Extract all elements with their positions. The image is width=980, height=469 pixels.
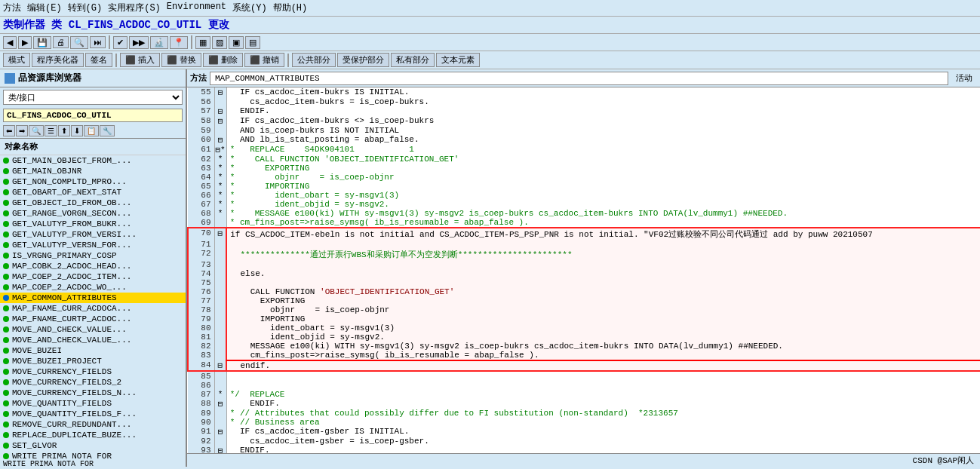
tb-where[interactable]: 📍 xyxy=(170,36,188,49)
tree-item[interactable]: MAP_COMMON_ATTRIBUTES xyxy=(0,293,186,303)
tree-item[interactable]: GET_VALUTYP_VERSN_FOR... xyxy=(0,240,186,250)
nav-btn-5[interactable]: ⬆ xyxy=(58,125,70,136)
line-code[interactable]: endif. xyxy=(226,360,980,371)
line-code[interactable]: CALL FUNCTION 'OBJECT_IDENTIFICATION_GET… xyxy=(226,287,980,296)
line-code[interactable]: objnr = is_coep-objnr xyxy=(226,305,980,314)
tb-test[interactable]: 🔬 xyxy=(150,36,168,49)
nav-btn-3[interactable]: 🔍 xyxy=(29,125,44,136)
btn-replace[interactable]: ⬛ 替换 xyxy=(161,53,201,67)
nav-btn-7[interactable]: 📋 xyxy=(84,125,99,136)
class-interface-dropdown[interactable]: 类/接口 xyxy=(3,90,183,105)
nav-btn-2[interactable]: ➡ xyxy=(16,125,28,136)
tree-item[interactable]: MAP_COBK_2_ACDOC_HEAD... xyxy=(0,261,186,271)
tb-find[interactable]: 🔍 xyxy=(70,36,88,49)
line-code[interactable]: IF cs_acdoc_item-gsber IS INITIAL. xyxy=(226,427,980,437)
menu-item-system[interactable]: 系统(Y) xyxy=(232,2,267,14)
nav-btn-1[interactable]: ⬅ xyxy=(3,125,15,136)
btn-delete[interactable]: ⬛ 删除 xyxy=(203,53,243,67)
line-code[interactable]: cs_acdoc_item-bukrs = is_coep-bukrs. xyxy=(226,97,980,106)
line-code[interactable]: **************通过开票行WBS和采购订单不为空发判断*******… xyxy=(226,249,980,260)
tree-item[interactable]: GET_VALUTYP_FROM_BUKR... xyxy=(0,219,186,229)
tree-item[interactable]: MOVE_QUANTITY_FIELDS xyxy=(0,398,186,409)
btn-sign[interactable]: 签名 xyxy=(85,53,112,67)
tree-item[interactable]: MOVE_BUZEI xyxy=(0,345,186,356)
menu-item-method[interactable]: 方法 xyxy=(3,2,21,14)
tb-fwd[interactable]: ▶ xyxy=(18,36,32,49)
tb-next[interactable]: ⏭ xyxy=(90,36,106,48)
tree-item[interactable]: MOVE_AND_CHECK_VALUE_... xyxy=(0,335,186,345)
line-code[interactable] xyxy=(226,371,980,381)
class-name-field[interactable]: CL_FINS_ACDOC_CO_UTIL xyxy=(3,109,183,122)
tree-item[interactable]: MAP_FNAME_CURR_ACDOCA... xyxy=(0,303,186,314)
line-code[interactable]: * objnr = is_coep-objnr xyxy=(226,173,980,182)
line-code[interactable]: ENDIF. xyxy=(226,446,980,453)
tb-grid1[interactable]: ▦ xyxy=(195,36,210,49)
line-code[interactable]: * cm_fins_post=>raise_symsg( ib_is_resum… xyxy=(226,218,980,228)
nav-btn-6[interactable]: ⬇ xyxy=(71,125,83,136)
tb-back[interactable]: ◀ xyxy=(3,36,17,49)
tree-item[interactable]: GET_VALUTYP_FROM_VERSI... xyxy=(0,229,186,240)
line-code[interactable]: AND is_coep-bukrs IS NOT INITIAL xyxy=(226,126,980,135)
tree-item[interactable]: REPLACE_DUPLICATE_BUZE... xyxy=(0,430,186,440)
tree-item[interactable]: GET_MAIN_OBJECT_FROM_... xyxy=(0,155,186,166)
tb-grid3[interactable]: ▣ xyxy=(229,36,244,49)
tree-item[interactable]: GET_MAIN_OBJNR xyxy=(0,166,186,176)
btn-private[interactable]: 私有部分 xyxy=(391,53,435,67)
menu-item-edit[interactable]: 编辑(E) xyxy=(27,2,62,14)
line-code[interactable] xyxy=(226,278,980,287)
line-code[interactable]: * CALL FUNCTION 'OBJECT_IDENTIFICATION_G… xyxy=(226,155,980,164)
tree-item[interactable]: MOVE_CURRENCY_FIELDS_N... xyxy=(0,388,186,398)
btn-insert[interactable]: ⬛ 插入 xyxy=(120,53,160,67)
tb-check[interactable]: ✔ xyxy=(113,36,127,49)
line-code[interactable]: cm_fins_post=>raise_symsg( ib_is_resumab… xyxy=(226,351,980,360)
tree-item[interactable]: GET_OBART_OF_NEXT_STAT xyxy=(0,187,186,198)
line-code[interactable]: ENDIF. xyxy=(226,399,980,409)
tree-item[interactable]: MOVE_CURRENCY_FIELDS_2 xyxy=(0,377,186,388)
tree-item[interactable]: MAP_FNAME_CURTP_ACDOC... xyxy=(0,314,186,324)
line-code[interactable]: EXPORTING xyxy=(226,296,980,305)
line-code[interactable]: * // Attributes that could possibly diff… xyxy=(226,409,980,418)
tb-print[interactable]: 🖨 xyxy=(53,36,69,48)
line-code[interactable]: * EXPORTING xyxy=(226,164,980,173)
line-code[interactable]: * IMPORTING xyxy=(226,182,980,191)
line-code[interactable]: * MESSAGE e100(ki) WITH sy-msgv1(3) sy-m… xyxy=(226,209,980,218)
tree-item[interactable]: MOVE_BUZEI_PROJECT xyxy=(0,356,186,366)
btn-undo[interactable]: ⬛ 撤销 xyxy=(244,53,284,67)
line-code[interactable]: * ident_obart = sy-msgv1(3) xyxy=(226,191,980,200)
btn-mode[interactable]: 模式 xyxy=(3,53,30,67)
line-code[interactable]: IF cs_acdoc_item-bukrs IS INITIAL. xyxy=(226,87,980,97)
tree-item[interactable]: MOVE_QUANTITY_FIELDS_F... xyxy=(0,409,186,419)
btn-protected[interactable]: 受保护部分 xyxy=(337,53,389,67)
tree-item[interactable]: MAP_COEP_2_ACDOC_WO_... xyxy=(0,282,186,293)
btn-text[interactable]: 文本元素 xyxy=(436,53,480,67)
code-editor[interactable]: 55⊟ IF cs_acdoc_item-bukrs IS INITIAL.56… xyxy=(187,87,980,453)
line-code[interactable]: AND lb_is_stat_posting = abap_false. xyxy=(226,135,980,145)
menu-item-environment[interactable]: Environment xyxy=(167,2,226,14)
menu-item-help[interactable]: 帮助(H) xyxy=(273,2,308,14)
line-code[interactable] xyxy=(226,240,980,249)
line-code[interactable] xyxy=(226,381,980,390)
menu-item-goto[interactable]: 转到(G) xyxy=(68,2,103,14)
line-code[interactable]: ENDIF. xyxy=(226,106,980,116)
nav-btn-8[interactable]: 🔧 xyxy=(100,125,115,136)
btn-beautify[interactable]: 程序美化器 xyxy=(32,53,84,67)
line-code[interactable]: * ident_objid = sy-msgv2. xyxy=(226,200,980,209)
btn-public[interactable]: 公共部分 xyxy=(292,53,336,67)
tb-grid2[interactable]: ▨ xyxy=(212,36,227,49)
tb-grid4[interactable]: ▤ xyxy=(245,36,260,49)
line-code[interactable]: else. xyxy=(226,269,980,278)
line-code[interactable]: */ REPLACE xyxy=(226,390,980,399)
line-code[interactable]: * // Business area xyxy=(226,418,980,427)
tree-item[interactable]: GET_NON_COMPLTD_MPRO... xyxy=(0,176,186,187)
nav-btn-4[interactable]: ☰ xyxy=(45,125,57,136)
line-code[interactable]: MESSAGE e100(ki) WITH sy-msgv1(3) sy-msg… xyxy=(226,342,980,351)
line-code[interactable]: cs_acdoc_item-gsber = is_coep-gsber. xyxy=(226,437,980,446)
line-code[interactable]: ident_obart = sy-msgv1(3) xyxy=(226,323,980,333)
tree-item[interactable]: MOVE_AND_CHECK_VALUE... xyxy=(0,324,186,335)
tree-item[interactable]: SET_GLVOR xyxy=(0,440,186,451)
line-code[interactable]: IF cs_acdoc_item-bukrs <> is_coep-bukrs xyxy=(226,116,980,126)
tree-item[interactable]: MAP_COEP_2_ACDOC_ITEM... xyxy=(0,271,186,282)
line-code[interactable]: * REPLACE S4DK904101 1 xyxy=(226,145,980,155)
line-code[interactable]: if CS_ACDOC_ITEM-ebeln is not initial an… xyxy=(226,228,980,240)
line-code[interactable] xyxy=(226,260,980,269)
